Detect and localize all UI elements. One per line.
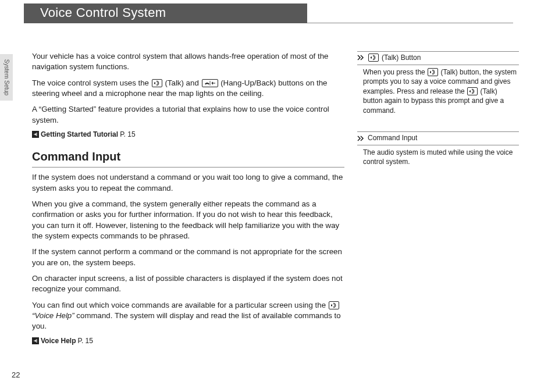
command-input-paragraph-5: You can find out which voice commands ar…: [32, 300, 344, 332]
sidebar-note-1-body: When you press the (Talk) button, the sy…: [357, 67, 519, 116]
sidebar-note-2-heading: Command Input: [357, 131, 519, 145]
main-column: Your vehicle has a voice control system …: [32, 51, 344, 355]
title-bar: Voice Control System: [24, 3, 513, 23]
text-fragment: The voice control system uses the: [32, 79, 151, 87]
section-heading: Command Input: [32, 149, 344, 165]
section-rule: [32, 167, 344, 168]
text-fragment: command. The system will display and rea…: [32, 311, 341, 330]
sidebar-column: (Talk) Button When you press the (Talk) …: [357, 51, 519, 183]
talk-icon: [428, 68, 438, 76]
text-fragment: You can find out which voice commands ar…: [32, 301, 328, 309]
crossref-getting-started: Getting Started Tutorial P. 15: [32, 130, 344, 140]
talk-icon: [368, 54, 379, 62]
sidebar-note-2-title: Command Input: [368, 133, 417, 143]
crossref-label: Getting Started Tutorial: [41, 130, 118, 140]
intro-paragraph-3: A “Getting Started” feature provides a t…: [32, 104, 344, 126]
page-title: Voice Control System: [24, 3, 307, 23]
text-fragment: (Talk) and: [163, 79, 201, 87]
crossref-page: P. 15: [77, 336, 92, 346]
text-fragment: When you press the: [363, 68, 427, 76]
sidebar-note-2-body: The audio system is muted while using th…: [357, 148, 519, 167]
crossref-page: P. 15: [120, 130, 135, 140]
talk-icon: [467, 87, 478, 95]
command-input-paragraph-3: If the system cannot perform a command o…: [32, 247, 344, 268]
section-tab-label: System Setup: [3, 59, 10, 95]
double-chevron-icon: [357, 54, 365, 61]
text-fragment: “Voice Help”: [32, 311, 74, 320]
hangup-back-icon: [202, 79, 218, 87]
intro-paragraph-2: The voice control system uses the (Talk)…: [32, 78, 344, 99]
section-tab: System Setup: [0, 54, 13, 101]
sidebar-note-1-title: (Talk) Button: [382, 53, 421, 63]
double-chevron-icon: [357, 135, 365, 142]
command-input-paragraph-1: If the system does not understand a comm…: [32, 172, 344, 194]
link-arrow-icon: [32, 337, 39, 344]
crossref-voice-help: Voice Help P. 15: [32, 336, 344, 346]
talk-icon: [329, 301, 339, 309]
link-arrow-icon: [32, 131, 39, 138]
sidebar-note-1-heading: (Talk) Button: [357, 51, 519, 65]
talk-icon: [152, 79, 162, 87]
title-rule: [307, 3, 513, 23]
crossref-label: Voice Help: [41, 336, 76, 346]
intro-paragraph-1: Your vehicle has a voice control system …: [32, 51, 344, 73]
page-number: 22: [12, 370, 20, 379]
command-input-paragraph-4: On character input screens, a list of po…: [32, 273, 344, 295]
command-input-paragraph-2: When you give a command, the system gene…: [32, 199, 344, 241]
